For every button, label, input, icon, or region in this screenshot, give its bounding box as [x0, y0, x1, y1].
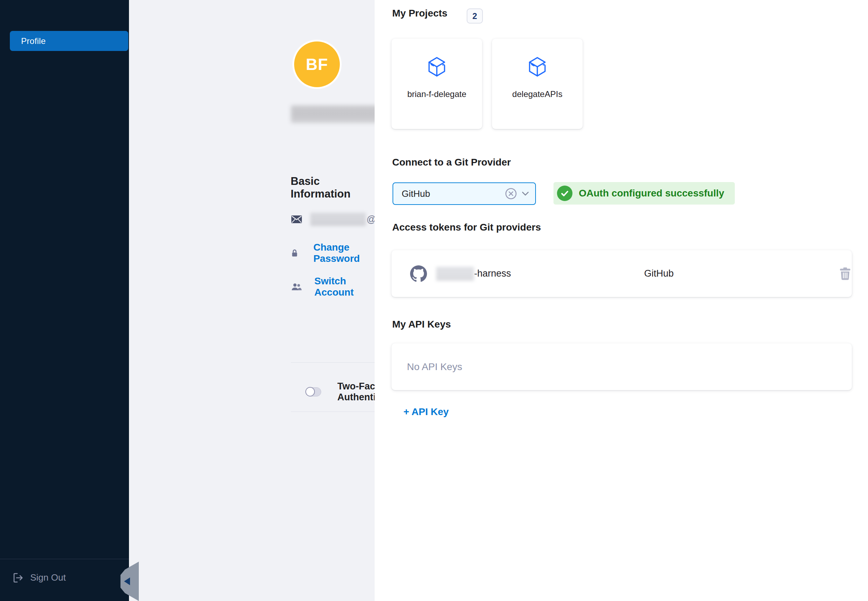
basic-information-heading: Basic Information: [291, 175, 375, 200]
sign-out-label: Sign Out: [30, 572, 66, 583]
switch-account-row: Switch Account: [291, 276, 375, 298]
access-tokens-heading: Access tokens for Git providers: [392, 222, 541, 233]
collapse-left-arrow-icon: [124, 577, 130, 585]
lock-icon: [291, 247, 298, 259]
switch-account-link[interactable]: Switch Account: [315, 276, 375, 298]
my-projects-heading: My Projects: [392, 8, 447, 19]
api-keys-heading: My API Keys: [392, 319, 451, 330]
project-card[interactable]: delegateAPIs: [492, 39, 583, 129]
oauth-status-text: OAuth configured successfully: [579, 188, 724, 199]
two-factor-toggle[interactable]: [306, 387, 321, 397]
token-provider: GitHub: [644, 268, 674, 279]
harness-profile-page: Profile Sign Out BF Basic Information: [0, 0, 868, 601]
chevron-down-icon[interactable]: [522, 192, 529, 196]
no-api-keys-text: No API Keys: [407, 361, 462, 372]
sign-out-button[interactable]: Sign Out: [13, 572, 66, 583]
users-icon: [291, 282, 302, 292]
git-provider-heading: Connect to a Git Provider: [392, 157, 511, 168]
sidebar-divider: [0, 559, 129, 559]
add-api-key-button[interactable]: + API Key: [404, 406, 449, 418]
access-token-row: -harness GitHub: [391, 250, 852, 297]
toggle-knob: [305, 387, 315, 397]
change-password-row: Change Password: [291, 242, 375, 264]
success-check-icon: [557, 186, 573, 201]
avatar-initials: BF: [306, 55, 328, 74]
change-password-link[interactable]: Change Password: [314, 242, 375, 264]
project-cube-icon: [528, 56, 547, 77]
token-name-suffix: -harness: [474, 268, 511, 279]
sidebar-collapse-handle[interactable]: [119, 561, 139, 601]
sign-out-icon: [13, 573, 24, 583]
git-provider-select[interactable]: GitHub: [393, 182, 536, 205]
project-cube-icon: [428, 56, 446, 77]
git-provider-selected-value: GitHub: [402, 188, 505, 199]
api-keys-empty-card: No API Keys: [391, 343, 852, 390]
project-card[interactable]: brian-f-delegate: [391, 39, 482, 129]
projects-count-badge: 2: [467, 8, 483, 24]
sidebar: Profile Sign Out: [0, 0, 129, 601]
project-name: brian-f-delegate: [407, 89, 466, 99]
clear-selection-icon[interactable]: [505, 188, 517, 200]
token-name-redacted: [436, 267, 474, 281]
main-content: My Projects 2 brian-f-delegate delegateA…: [375, 0, 868, 601]
oauth-status-badge: OAuth configured successfully: [553, 182, 735, 204]
github-icon: [410, 265, 427, 282]
sidebar-item-profile[interactable]: Profile: [10, 31, 128, 51]
email-icon: [291, 215, 302, 223]
email-local-part-redacted: [310, 213, 366, 226]
sidebar-item-profile-label: Profile: [21, 36, 46, 46]
avatar[interactable]: BF: [292, 40, 341, 89]
project-name: delegateAPIs: [512, 89, 563, 99]
profile-panel: BF Basic Information @harness.io C: [129, 0, 375, 601]
delete-token-icon[interactable]: [839, 267, 851, 280]
